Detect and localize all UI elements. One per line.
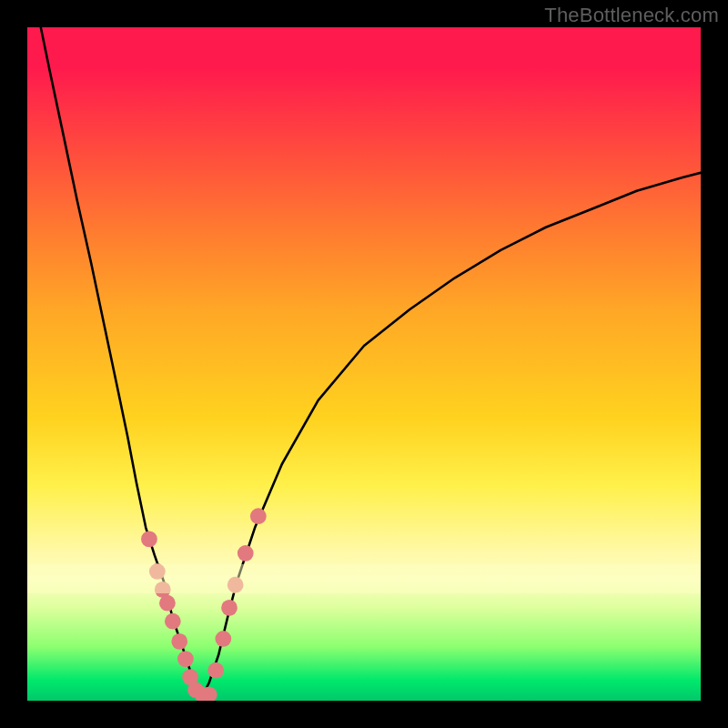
marker-dot bbox=[238, 545, 254, 561]
markers-group bbox=[141, 508, 267, 701]
watermark-text: TheBottleneck.com bbox=[544, 4, 719, 27]
highlight-band bbox=[27, 564, 701, 593]
chart-frame: TheBottleneck.com bbox=[0, 0, 728, 728]
marker-dot bbox=[207, 662, 224, 679]
plot-area bbox=[27, 27, 701, 701]
marker-dot bbox=[171, 633, 187, 650]
marker-dot bbox=[215, 631, 231, 647]
marker-dot bbox=[165, 613, 181, 630]
chart-svg bbox=[27, 27, 701, 701]
marker-dot bbox=[159, 595, 176, 612]
marker-dot bbox=[221, 600, 238, 616]
curves-group bbox=[41, 27, 701, 701]
marker-dot bbox=[141, 531, 157, 548]
series-right-curve bbox=[200, 173, 701, 701]
marker-dot bbox=[250, 508, 267, 524]
series-left-curve bbox=[41, 27, 200, 701]
marker-dot bbox=[177, 651, 194, 667]
